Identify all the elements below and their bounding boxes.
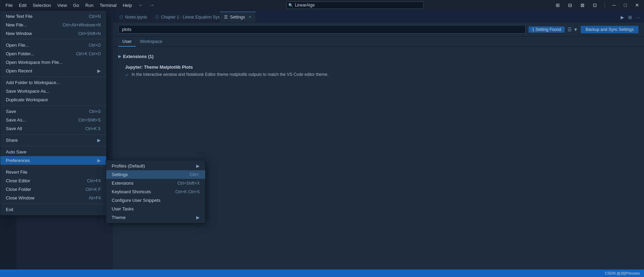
menu-view[interactable]: View [55,2,70,9]
submenu-keyboard-shortcuts[interactable]: Keyboard Shortcuts Ctrl+K Ctrl+S [106,187,205,196]
titlebar-search: 🔍 [286,1,424,9]
tab-settings[interactable]: ☰ Settings ✕ [220,12,256,22]
close-btn[interactable]: ✕ [633,2,641,9]
tab-notes[interactable]: ⬡ Notes.ipynb [115,12,151,22]
menu-auto-save[interactable]: Auto Save [0,148,106,156]
submenu-settings-label: Settings [112,172,190,177]
menu-share[interactable]: Share ▶ [0,136,106,145]
menu-exit[interactable]: Exit [0,205,106,214]
menu-share-arrow: ▶ [97,138,101,143]
menu-save-all[interactable]: Save All Ctrl+K S [0,124,106,133]
submenu-profiles[interactable]: Profiles (Default) ▶ [106,162,205,170]
menu-save-all-shortcut: Ctrl+K S [85,126,101,131]
menu-close-window[interactable]: Close Window Alt+F4 [0,194,106,202]
menu-new-file[interactable]: New File... Ctrl+Alt+Windows+N [0,21,106,29]
tab-user[interactable]: User [118,37,136,47]
menu-open-folder[interactable]: Open Folder... Ctrl+K Ctrl+O [0,49,106,58]
menu-help[interactable]: Help [120,2,135,9]
submenu-extensions-shortcut: Ctrl+Shift+X [177,181,200,186]
menu-revert-file[interactable]: Revert File [0,168,106,176]
menu-close-window-shortcut: Alt+F4 [89,196,101,200]
submenu-theme[interactable]: Theme ▶ [106,213,205,222]
menu-preferences[interactable]: Preferences ▶ [0,156,106,165]
menu-open-recent[interactable]: Open Recent ▶ [0,67,106,75]
editor-area: ⬡ Notes.ipynb ⬡ Chapter 1 - Linear Equat… [113,10,644,269]
menu-exit-label: Exit [6,207,101,212]
checkmark-icon: ✓ [125,72,129,78]
menu-preferences-arrow: ▶ [97,158,101,163]
menu-edit[interactable]: Edit [16,2,29,9]
layout-btn-1[interactable]: ⊞ [554,2,562,9]
menu-run[interactable]: Run [82,2,96,9]
settings-search-input[interactable] [118,25,526,34]
filter-icon[interactable]: ☰ [567,27,572,32]
funnel-icon[interactable]: ▼ [573,27,578,32]
menu-file[interactable]: File [3,2,15,9]
menu-open-file-shortcut: Ctrl+O [89,43,101,48]
submenu-user-tasks[interactable]: User Tasks [106,205,205,213]
menu-open-workspace[interactable]: Open Workspace from File... [0,58,106,67]
submenu-settings[interactable]: Settings Ctrl+, [106,170,205,179]
submenu-extensions[interactable]: Extensions Ctrl+Shift+X [106,179,205,187]
titlebar: File Edit Selection View Go Run Terminal… [0,0,644,10]
menu-close-folder-label: Close Folder [6,187,79,192]
submenu-theme-label: Theme [112,215,195,220]
menu-new-window-shortcut: Ctrl+Shift+N [78,31,101,36]
maximize-btn[interactable]: □ [622,2,629,9]
tab-chapter1[interactable]: ⬡ Chapter 1 - Linear Equation System.ipy… [151,12,220,22]
submenu-user-snippets[interactable]: Configure User Snippets [106,196,205,205]
menu-bar: File Edit Selection View Go Run Terminal… [3,2,135,9]
menu-selection[interactable]: Selection [30,2,54,9]
section-header-extensions[interactable]: ▶ Extensions (1) [118,53,639,60]
menu-go[interactable]: Go [70,2,82,9]
run-btn[interactable]: ▶ [619,14,625,21]
separator-1 [0,39,106,39]
nav-back[interactable]: ← [136,2,146,8]
menu-new-window[interactable]: New Window Ctrl+Shift+N [0,29,106,38]
titlebar-right: ⊞ ⊟ ⊠ ⊡ ─ □ ✕ [554,2,641,9]
menu-open-recent-label: Open Recent [6,68,96,73]
layout-btn-3[interactable]: ⊠ [578,2,587,9]
menu-add-folder[interactable]: Add Folder to Workspace... [0,78,106,87]
menu-close-window-label: Close Window [6,195,82,200]
tab-settings-close[interactable]: ✕ [248,15,252,19]
titlebar-left: File Edit Selection View Go Run Terminal… [3,2,157,9]
preferences-submenu: Profiles (Default) ▶ Settings Ctrl+, Ext… [106,160,206,223]
submenu-user-tasks-label: User Tasks [112,206,200,211]
separator-7 [0,204,106,204]
sync-settings-btn[interactable]: Backup and Sync Settings [581,26,639,33]
menu-save-as[interactable]: Save As... Ctrl+Shift+S [0,116,106,124]
minimize-btn[interactable]: ─ [610,2,618,9]
submenu-keyboard-shortcuts-label: Keyboard Shortcuts [112,189,175,194]
menu-new-window-label: New Window [6,31,71,36]
layout-btn-4[interactable]: ⊡ [591,2,599,9]
menu-new-file-label: New File... [6,22,56,27]
menu-close-editor[interactable]: Close Editor Ctrl+F4 [0,176,106,185]
settings-tabs: User Workspace [113,37,644,47]
menu-open-workspace-label: Open Workspace from File... [6,60,101,65]
settings-content: ▶ Extensions (1) Jupyter: Theme Matplotl… [113,47,644,269]
menu-new-text-file-label: New Text File [6,14,82,19]
menu-duplicate-workspace[interactable]: Duplicate Workspace [0,95,106,104]
menu-revert-file-label: Revert File [6,170,101,175]
menu-share-label: Share [6,138,96,143]
submenu-profiles-label: Profiles (Default) [112,163,195,169]
menu-new-text-file[interactable]: New Text File Ctrl+N [0,12,106,21]
chevron-right-icon: ▶ [118,54,121,59]
menu-save[interactable]: Save Ctrl+S [0,107,106,116]
layout-btn-2[interactable]: ⊟ [566,2,574,9]
nav-forward[interactable]: → [147,2,157,8]
split-editor-btn[interactable]: ⊞ [627,14,633,21]
settings-badge: 1 Setting Found [529,26,565,33]
menu-save-workspace-as[interactable]: Save Workspace As... [0,87,106,95]
menu-terminal[interactable]: Terminal [97,2,119,9]
submenu-user-snippets-label: Configure User Snippets [112,198,200,203]
separator-3 [0,105,106,106]
menu-open-file-label: Open File... [6,43,82,48]
setting-description-jupyter-theme: ✓ In the Interactive window and Notebook… [125,72,639,78]
tab-workspace[interactable]: Workspace [136,37,166,47]
more-tab-actions[interactable]: ··· [635,14,641,21]
menu-close-folder[interactable]: Close Folder Ctrl+K F [0,185,106,194]
titlebar-search-input[interactable] [286,1,424,9]
menu-open-file[interactable]: Open File... Ctrl+O [0,41,106,49]
